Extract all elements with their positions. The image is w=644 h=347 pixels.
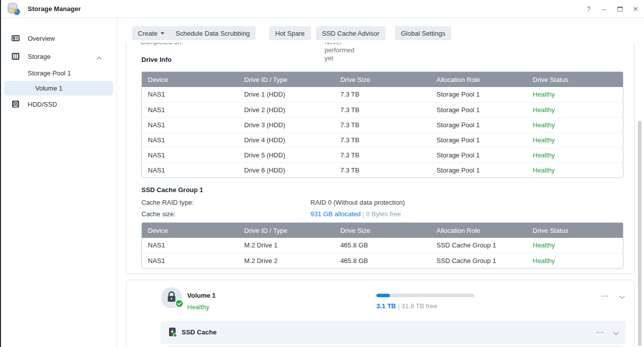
table-row[interactable]: NAS1Drive 3 (HDD)7.3 TBStorage Pool 1Hea… bbox=[142, 117, 623, 132]
table-row[interactable]: NAS1Drive 2 (HDD)7.3 TBStorage Pool 1Hea… bbox=[142, 102, 623, 117]
sidebar-item-storage[interactable]: Storage bbox=[4, 49, 113, 63]
column-header[interactable]: Allocation Role bbox=[431, 223, 527, 238]
table-cell: 465.8 GB bbox=[334, 238, 430, 253]
storage-manager-window: Storage Manager ? – ✕ Overview bbox=[0, 0, 644, 347]
create-button-label: Create bbox=[138, 30, 157, 37]
table-header-row: DeviceDrive ID / TypeDrive SizeAllocatio… bbox=[142, 72, 623, 87]
column-header[interactable]: Drive Status bbox=[527, 72, 623, 87]
volume-status: Healthy bbox=[187, 303, 209, 311]
schedule-data-scrubbing-button[interactable]: Schedule Data Scrubbing bbox=[170, 26, 256, 40]
table-row[interactable]: NAS1Drive 5 (HDD)7.3 TBStorage Pool 1Hea… bbox=[142, 147, 623, 162]
column-header[interactable]: Drive ID / Type bbox=[238, 223, 334, 238]
cache-size-value: 931 GB allocated | 0 Bytes free bbox=[310, 210, 401, 219]
ssd-cache-group-heading: SSD Cache Group 1 bbox=[141, 186, 203, 194]
table-row[interactable]: NAS1Drive 6 (HDD)7.3 TBStorage Pool 1Hea… bbox=[142, 162, 623, 178]
maximize-icon bbox=[617, 7, 623, 12]
sidebar-item-label: Storage bbox=[28, 53, 51, 60]
drive-status-cell: Healthy bbox=[527, 102, 623, 117]
scrub-status-row: Completed on: Never performed yet bbox=[140, 43, 183, 46]
column-header[interactable]: Device bbox=[142, 223, 238, 238]
table-cell: 7.3 TB bbox=[334, 87, 430, 102]
column-header[interactable]: Allocation Role bbox=[431, 72, 527, 87]
hdd-icon bbox=[11, 100, 20, 110]
button-label: Hot Spare bbox=[275, 30, 305, 37]
cache-raid-type-value: RAID 0 (Without data protection) bbox=[310, 198, 405, 207]
table-row[interactable]: NAS1Drive 1 (HDD)7.3 TBStorage Pool 1Hea… bbox=[142, 87, 623, 102]
volume-more-options-icon[interactable]: ••• bbox=[601, 293, 609, 299]
table-row[interactable]: NAS1Drive 4 (HDD)7.3 TBStorage Pool 1Hea… bbox=[142, 132, 623, 147]
volume-used-value[interactable]: 3.1 TB bbox=[376, 302, 396, 310]
cache-raid-type-row: Cache RAID type: RAID 0 (Without data pr… bbox=[141, 198, 194, 207]
create-button[interactable]: Create bbox=[132, 26, 171, 40]
volume-card: Volume 1 Healthy 3.1 TB | 31.8 TB free •… bbox=[126, 280, 634, 347]
column-header[interactable]: Drive Size bbox=[334, 72, 430, 87]
drive-status-cell: Healthy bbox=[527, 147, 623, 162]
sidebar-item-overview[interactable]: Overview bbox=[4, 31, 113, 45]
ssd-cache-more-options-icon[interactable]: ••• bbox=[597, 329, 604, 335]
storage-icon bbox=[11, 52, 20, 62]
volume-collapse-chevron-icon[interactable] bbox=[619, 294, 625, 301]
table-cell: Storage Pool 1 bbox=[431, 162, 527, 178]
table-cell: 7.3 TB bbox=[334, 147, 430, 162]
volume-usage-text: 3.1 TB | 31.8 TB free bbox=[376, 302, 437, 310]
table-cell: Storage Pool 1 bbox=[431, 132, 527, 147]
titlebar: Storage Manager ? – ✕ bbox=[0, 0, 644, 18]
table-cell: Storage Pool 1 bbox=[431, 87, 527, 102]
separator: | bbox=[398, 302, 399, 310]
drive-info-heading: Drive Info bbox=[141, 56, 172, 64]
vertical-scrollbar[interactable] bbox=[638, 121, 641, 346]
sidebar-item-volume-1[interactable]: Volume 1 bbox=[4, 81, 113, 96]
ssd-cache-collapse-chevron-icon[interactable] bbox=[613, 330, 619, 337]
scrub-completed-label: Completed on: bbox=[140, 43, 183, 46]
overview-icon bbox=[11, 34, 20, 44]
close-button[interactable]: ✕ bbox=[631, 5, 640, 14]
button-label: Schedule Data Scrubbing bbox=[176, 30, 250, 37]
cache-allocated-link[interactable]: 931 GB allocated bbox=[310, 210, 361, 218]
minimize-button[interactable]: – bbox=[600, 5, 609, 14]
storage-manager-app-icon bbox=[7, 2, 22, 18]
table-cell: 7.3 TB bbox=[334, 132, 430, 147]
drive-status-cell: Healthy bbox=[527, 87, 623, 102]
table-cell: NAS1 bbox=[142, 253, 238, 268]
volume-lock-icon bbox=[161, 287, 182, 308]
maximize-button[interactable] bbox=[615, 5, 624, 14]
column-header[interactable]: Drive ID / Type bbox=[238, 72, 334, 87]
help-button[interactable]: ? bbox=[584, 5, 593, 14]
column-header[interactable]: Drive Status bbox=[527, 223, 623, 238]
cache-size-label: Cache size: bbox=[141, 210, 176, 218]
table-cell: Drive 1 (HDD) bbox=[238, 87, 334, 102]
sidebar-item-storage-pool-1[interactable]: Storage Pool 1 bbox=[4, 66, 113, 80]
table-cell: M.2 Drive 1 bbox=[238, 238, 334, 253]
sidebar: Overview Storage Storage Pool 1 Volume 1 bbox=[0, 19, 117, 347]
drive-info-table: DeviceDrive ID / TypeDrive SizeAllocatio… bbox=[141, 71, 623, 178]
sidebar-item-hdd-ssd[interactable]: HDD/SSD bbox=[4, 97, 113, 111]
table-cell: Storage Pool 1 bbox=[431, 117, 527, 132]
button-label: SSD Cache Advisor bbox=[322, 30, 379, 37]
ssd-cache-icon bbox=[168, 327, 179, 339]
table-cell: NAS1 bbox=[142, 147, 238, 162]
ssd-cache-row[interactable]: SSD Cache ••• bbox=[160, 321, 625, 344]
table-cell: Drive 5 (HDD) bbox=[238, 147, 334, 162]
ssd-cache-advisor-button[interactable]: SSD Cache Advisor bbox=[316, 26, 385, 40]
hot-spare-button[interactable]: Hot Spare bbox=[269, 26, 311, 40]
drive-status-cell: Healthy bbox=[527, 132, 623, 147]
table-cell: NAS1 bbox=[142, 102, 238, 117]
table-cell: Drive 4 (HDD) bbox=[238, 132, 334, 147]
column-header[interactable]: Device bbox=[142, 72, 238, 87]
sidebar-item-label: Storage Pool 1 bbox=[28, 69, 71, 77]
volume-title: Volume 1 bbox=[187, 292, 216, 299]
table-cell: 7.3 TB bbox=[334, 162, 430, 178]
table-cell: 7.3 TB bbox=[334, 102, 430, 117]
table-cell: NAS1 bbox=[142, 238, 238, 253]
table-row[interactable]: NAS1M.2 Drive 1465.8 GBSSD Cache Group 1… bbox=[142, 238, 623, 253]
column-header[interactable]: Drive Size bbox=[334, 223, 430, 238]
chevron-up-icon[interactable] bbox=[96, 54, 102, 62]
cache-size-row: Cache size: 931 GB allocated | 0 Bytes f… bbox=[141, 210, 176, 219]
table-cell: 465.8 GB bbox=[334, 253, 430, 268]
global-settings-button[interactable]: Global Settings bbox=[395, 26, 451, 40]
table-row[interactable]: NAS1M.2 Drive 2465.8 GBSSD Cache Group 1… bbox=[142, 253, 623, 268]
table-cell: Storage Pool 1 bbox=[431, 147, 527, 162]
storage-pool-detail-card: Completed on: Never performed yet Drive … bbox=[126, 43, 634, 274]
window-controls: ? – ✕ bbox=[584, 0, 640, 18]
chevron-down-icon bbox=[160, 32, 165, 35]
